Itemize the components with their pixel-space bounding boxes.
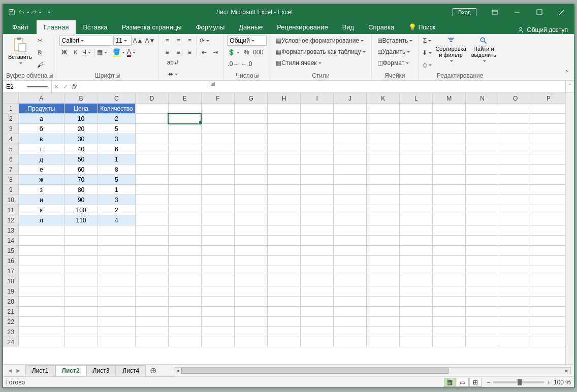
cell-L13[interactable] xyxy=(400,225,433,236)
cell-J11[interactable] xyxy=(334,205,367,215)
cell-J15[interactable] xyxy=(334,246,367,256)
cell-P22[interactable] xyxy=(532,317,565,327)
redo-icon[interactable] xyxy=(30,7,42,18)
cell-A4[interactable]: в xyxy=(18,134,64,144)
cell-C24[interactable] xyxy=(98,337,135,347)
cell-O20[interactable] xyxy=(499,297,532,307)
row-header-18[interactable]: 18 xyxy=(4,276,19,286)
cell-L24[interactable] xyxy=(400,337,433,347)
cell-D19[interactable] xyxy=(135,286,168,297)
cell-G18[interactable] xyxy=(234,276,267,286)
cell-O5[interactable] xyxy=(499,144,532,154)
cell-J21[interactable] xyxy=(334,307,367,317)
autosum-icon[interactable]: Σ xyxy=(422,36,432,46)
cell-M14[interactable] xyxy=(433,236,466,246)
sheet-tab-Лист4[interactable]: Лист4 xyxy=(116,365,146,376)
row-header-24[interactable]: 24 xyxy=(4,337,19,347)
cell-E16[interactable] xyxy=(168,256,201,266)
cell-D4[interactable] xyxy=(135,134,168,144)
cell-D14[interactable] xyxy=(135,236,168,246)
formula-input[interactable] xyxy=(79,81,565,92)
cell-A2[interactable]: а xyxy=(18,114,64,124)
cell-O14[interactable] xyxy=(499,236,532,246)
row-header-12[interactable]: 12 xyxy=(4,215,19,225)
cell-N24[interactable] xyxy=(466,337,499,347)
cell-E11[interactable] xyxy=(168,205,201,215)
fx-icon[interactable]: fx xyxy=(72,83,77,90)
alignment-dialog-icon[interactable] xyxy=(211,82,215,86)
cell-K2[interactable] xyxy=(367,114,400,124)
cell-M24[interactable] xyxy=(433,337,466,347)
cell-H20[interactable] xyxy=(268,297,301,307)
cell-H2[interactable] xyxy=(268,114,301,124)
cell-P10[interactable] xyxy=(532,195,565,205)
cell-E7[interactable] xyxy=(168,165,201,175)
row-header-17[interactable]: 17 xyxy=(4,266,19,276)
cell-A5[interactable]: г xyxy=(18,144,64,154)
cell-M3[interactable] xyxy=(433,124,466,134)
expand-formula-bar-icon[interactable]: ˅ xyxy=(565,81,574,92)
cell-M11[interactable] xyxy=(433,205,466,215)
row-header-6[interactable]: 6 xyxy=(4,154,19,165)
cell-D11[interactable] xyxy=(135,205,168,215)
cell-M4[interactable] xyxy=(433,134,466,144)
close-icon[interactable] xyxy=(551,5,573,20)
row-header-3[interactable]: 3 xyxy=(4,124,19,134)
cell-N15[interactable] xyxy=(466,246,499,256)
cell-H18[interactable] xyxy=(268,276,301,286)
cell-J13[interactable] xyxy=(334,225,367,236)
cell-D1[interactable] xyxy=(135,104,168,114)
font-name-combo[interactable]: Calibri xyxy=(59,36,112,46)
underline-button[interactable]: Ч xyxy=(82,47,92,57)
cell-K23[interactable] xyxy=(367,327,400,337)
row-header-22[interactable]: 22 xyxy=(4,317,19,327)
collapse-ribbon-icon[interactable]: ˄ xyxy=(562,68,572,78)
cell-D22[interactable] xyxy=(135,317,168,327)
cell-K1[interactable] xyxy=(367,104,400,114)
cell-M6[interactable] xyxy=(433,154,466,165)
cell-O2[interactable] xyxy=(499,114,532,124)
cell-G10[interactable] xyxy=(234,195,267,205)
sheet-tab-Лист1[interactable]: Лист1 xyxy=(25,365,55,376)
cell-H4[interactable] xyxy=(268,134,301,144)
cell-K17[interactable] xyxy=(367,266,400,276)
cell-H3[interactable] xyxy=(268,124,301,134)
minimize-icon[interactable] xyxy=(506,5,528,20)
cell-F1[interactable] xyxy=(201,104,234,114)
tab-home[interactable]: Главная xyxy=(37,20,76,34)
cell-B21[interactable] xyxy=(64,307,98,317)
cell-O22[interactable] xyxy=(499,317,532,327)
cell-B8[interactable]: 70 xyxy=(64,175,98,185)
cell-O17[interactable] xyxy=(499,266,532,276)
cell-A23[interactable] xyxy=(18,327,64,337)
cell-I24[interactable] xyxy=(301,337,334,347)
cell-I2[interactable] xyxy=(301,114,334,124)
cell-P15[interactable] xyxy=(532,246,565,256)
cell-E13[interactable] xyxy=(168,225,201,236)
cell-I8[interactable] xyxy=(301,175,334,185)
cell-A17[interactable] xyxy=(18,266,64,276)
cell-E3[interactable] xyxy=(168,124,201,134)
decrease-font-icon[interactable]: A▼ xyxy=(144,36,155,46)
cell-P16[interactable] xyxy=(532,256,565,266)
cell-A7[interactable]: е xyxy=(18,165,64,175)
cell-E22[interactable] xyxy=(168,317,201,327)
sheet-nav-next-icon[interactable]: ► xyxy=(15,367,21,374)
cell-L2[interactable] xyxy=(400,114,433,124)
cell-K12[interactable] xyxy=(367,215,400,225)
column-header-F[interactable]: F xyxy=(201,93,234,104)
cell-E10[interactable] xyxy=(168,195,201,205)
cell-H6[interactable] xyxy=(268,154,301,165)
cell-F13[interactable] xyxy=(201,225,234,236)
cell-L22[interactable] xyxy=(400,317,433,327)
align-right-icon[interactable]: ≡ xyxy=(184,47,195,57)
cell-K18[interactable] xyxy=(367,276,400,286)
cell-J6[interactable] xyxy=(334,154,367,165)
format-cells-button[interactable]: ◫ Формат xyxy=(375,58,415,68)
clipboard-dialog-icon[interactable] xyxy=(49,74,53,78)
row-header-11[interactable]: 11 xyxy=(4,205,19,215)
cell-H16[interactable] xyxy=(268,256,301,266)
share-button[interactable]: Общий доступ xyxy=(517,26,568,34)
cell-A14[interactable] xyxy=(18,236,64,246)
cell-M23[interactable] xyxy=(433,327,466,337)
